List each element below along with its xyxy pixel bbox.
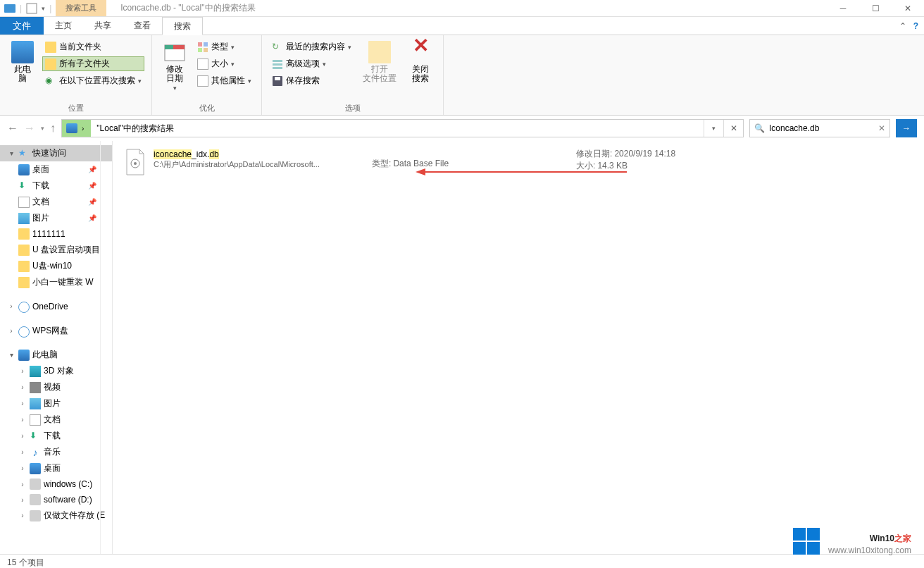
pin-icon: 📌 <box>88 198 96 206</box>
window-title: Iconcache.db - "Local"中的搜索结果 <box>106 2 827 14</box>
svg-rect-11 <box>273 67 282 69</box>
label: 3D 对象 <box>44 365 74 377</box>
folder-icon <box>45 42 56 53</box>
tree-desktop[interactable]: 桌面📌 <box>0 161 112 178</box>
all-subfolders-button[interactable]: 所有子文件夹 <box>42 56 144 71</box>
search-again-button[interactable]: ◉在以下位置再次搜索 <box>42 73 144 88</box>
ribbon-group-optimize: 修改 日期 类型 大小 其他属性 优化 <box>152 35 262 115</box>
result-path: C:\用户\Administrator\AppData\Local\Micros… <box>154 159 365 170</box>
tree-quick-access[interactable]: ▾★快速访问 <box>0 145 112 161</box>
save-search-button[interactable]: 保存搜索 <box>269 73 354 88</box>
breadcrumb-root[interactable]: › <box>62 120 91 137</box>
svg-rect-4 <box>165 45 173 49</box>
current-folder-button[interactable]: 当前文件夹 <box>42 39 144 54</box>
contextual-tab-label: 搜索工具 <box>56 0 106 16</box>
label: 小白一键重装 W <box>32 276 94 288</box>
svg-point-15 <box>134 162 137 165</box>
close-button[interactable]: ✕ <box>892 0 924 17</box>
window-controls: ─ ☐ ✕ <box>827 0 924 17</box>
maximize-button[interactable]: ☐ <box>859 0 892 17</box>
ribbon-tabs: 文件 主页 共享 查看 搜索 ⌃ ? <box>0 17 924 35</box>
picture-icon <box>18 213 30 224</box>
group-options-label: 选项 <box>269 101 436 113</box>
label: U 盘设置启动项目 <box>32 244 100 256</box>
type-button[interactable]: 类型 <box>194 39 254 54</box>
clear-search-icon[interactable]: ✕ <box>878 123 885 133</box>
tree-pictures[interactable]: 图片📌 <box>0 210 112 226</box>
breadcrumb-path[interactable]: "Local"中的搜索结果 <box>91 123 179 135</box>
up-button[interactable]: ↑ <box>50 122 56 135</box>
tree-folder-2[interactable]: U 盘设置启动项目 <box>0 242 112 258</box>
tree-downloads[interactable]: ⬇下载📌 <box>0 178 112 194</box>
watermark-title: Win10之家 <box>828 527 911 545</box>
tree-drive-d[interactable]: ›software (D:) <box>0 492 112 507</box>
video-icon <box>30 382 41 393</box>
size-button[interactable]: 大小 <box>194 56 254 71</box>
tree-folder-3[interactable]: U盘-win10 <box>0 258 112 274</box>
result-filename: iconcache_idx.db <box>154 148 365 159</box>
recent-searches-button[interactable]: ↻最近的搜索内容 <box>269 39 354 54</box>
tab-home[interactable]: 主页 <box>44 17 83 35</box>
advanced-options-button[interactable]: 高级选项 <box>269 56 354 71</box>
breadcrumb-dropdown[interactable]: ▾ <box>704 120 723 137</box>
current-folder-label: 当前文件夹 <box>59 41 101 53</box>
label: 音乐 <box>44 446 61 458</box>
search-go-button[interactable]: → <box>896 119 917 137</box>
tree-downloads2[interactable]: ›⬇下载 <box>0 428 112 444</box>
monitor-icon <box>66 123 77 133</box>
tree-drive-c[interactable]: ›windows (C:) <box>0 476 112 492</box>
tree-onedrive[interactable]: ›OneDrive <box>0 297 112 315</box>
tab-search[interactable]: 搜索 <box>162 17 203 35</box>
tree-videos[interactable]: ›视频 <box>0 379 112 395</box>
forward-button[interactable]: → <box>24 122 35 135</box>
open-location-button[interactable]: 打开 文件位置 <box>358 38 401 86</box>
history-dropdown-icon[interactable]: ▾ <box>41 125 44 132</box>
tab-view[interactable]: 查看 <box>123 17 162 35</box>
properties-icon[interactable] <box>26 3 37 14</box>
tree-documents2[interactable]: ›文档 <box>0 412 112 428</box>
tab-file[interactable]: 文件 <box>0 17 44 35</box>
monitor-icon <box>18 350 30 361</box>
calendar-icon <box>163 41 186 63</box>
search-input[interactable]: 🔍 Iconcache.db ✕ <box>749 119 890 137</box>
tree-documents[interactable]: 文档📌 <box>0 194 112 210</box>
breadcrumb[interactable]: › "Local"中的搜索结果 ▾ ✕ <box>61 119 744 137</box>
folder-icon <box>18 228 30 240</box>
tree-wps[interactable]: ›WPS网盘 <box>0 322 112 340</box>
qat-dropdown-icon[interactable]: ▾ <box>42 5 45 12</box>
navigation-tree[interactable]: ▾★快速访问 桌面📌 ⬇下载📌 文档📌 图片📌 1111111 U 盘设置启动项… <box>0 141 113 554</box>
tree-this-pc[interactable]: ▾此电脑 <box>0 347 112 363</box>
tree-folder-4[interactable]: 小白一键重装 W <box>0 274 112 290</box>
label: WPS网盘 <box>32 325 68 337</box>
other-props-button[interactable]: 其他属性 <box>194 73 254 88</box>
label: 1111111 <box>32 229 65 239</box>
tree-3d[interactable]: ›3D 对象 <box>0 363 112 379</box>
this-pc-button[interactable]: 此电 脑 <box>7 38 38 86</box>
close-search-button[interactable]: ✕ 关闭 搜索 <box>405 38 436 86</box>
picture-icon <box>30 398 41 409</box>
label: 下载 <box>32 180 49 192</box>
watermark: Win10之家 www.win10xitong.com <box>793 527 911 555</box>
tree-drive-e[interactable]: ›仅做文件存放 (E <box>0 507 112 524</box>
tree-desktop2[interactable]: ›桌面 <box>0 460 112 476</box>
globe-icon: ◉ <box>45 75 56 87</box>
minimize-button[interactable]: ─ <box>827 0 859 17</box>
options-icon <box>272 58 283 70</box>
svg-rect-5 <box>198 42 202 47</box>
back-button[interactable]: ← <box>7 122 18 135</box>
ribbon-group-options: ↻最近的搜索内容 高级选项 保存搜索 打开 文件位置 ✕ 关闭 搜索 选项 <box>262 35 444 115</box>
tree-pictures2[interactable]: ›图片 <box>0 395 112 412</box>
results-pane[interactable]: iconcache_idx.db C:\用户\Administrator\App… <box>113 141 924 554</box>
desktop-icon <box>18 164 30 175</box>
tree-folder-1[interactable]: 1111111 <box>0 226 112 242</box>
tree-music[interactable]: ›♪音乐 <box>0 444 112 460</box>
svg-rect-6 <box>204 42 208 47</box>
breadcrumb-clear[interactable]: ✕ <box>723 120 743 137</box>
tab-share[interactable]: 共享 <box>83 17 123 35</box>
close-search-label: 关闭 搜索 <box>412 65 429 83</box>
modify-date-button[interactable]: 修改 日期 <box>159 38 190 94</box>
disk-icon <box>30 510 41 521</box>
help-icon[interactable]: ? <box>913 21 918 31</box>
status-bar: 15 个项目 <box>0 554 924 568</box>
ribbon-collapse-icon[interactable]: ⌃ <box>899 21 906 31</box>
